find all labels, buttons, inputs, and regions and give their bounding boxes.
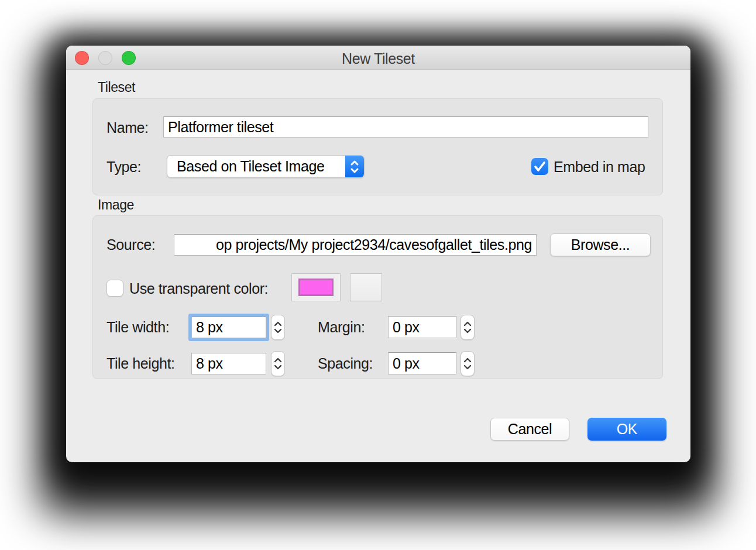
tile-height-label: Tile height: [106, 354, 175, 373]
chevron-up-down-icon [345, 156, 364, 177]
type-label: Type: [106, 157, 141, 176]
source-input[interactable] [174, 234, 537, 256]
window-title: New Tileset [66, 50, 690, 67]
name-label: Name: [106, 118, 149, 137]
title-bar[interactable]: New Tileset [66, 46, 690, 70]
stepper-up-icon [274, 321, 282, 326]
spacing-stepper[interactable] [461, 351, 475, 376]
transparent-color-swatch-button[interactable] [291, 273, 341, 301]
tile-width-stepper[interactable] [271, 315, 285, 340]
embed-in-map-label: Embed in map [554, 157, 645, 176]
color-picker-button[interactable] [350, 273, 382, 301]
stepper-up-icon [463, 358, 472, 363]
screen: New Tileset Tileset Name: Type: Based on… [0, 0, 756, 550]
stepper-down-icon [274, 328, 282, 334]
stepper-up-icon [274, 358, 282, 363]
use-transparent-color-label: Use transparent color: [129, 279, 268, 298]
spacing-label: Spacing: [318, 354, 373, 373]
tile-width-input[interactable] [191, 317, 266, 338]
margin-input[interactable] [388, 316, 456, 338]
source-label: Source: [106, 235, 155, 254]
tileset-group-label: Tileset [98, 80, 135, 95]
tile-width-label: Tile width: [106, 318, 169, 336]
stepper-down-icon [463, 328, 472, 334]
checkmark-icon [531, 158, 548, 175]
ok-button[interactable]: OK [587, 418, 666, 441]
image-group-label: Image [98, 197, 134, 213]
tile-height-stepper[interactable] [271, 351, 285, 376]
embed-in-map-checkbox[interactable] [531, 158, 548, 175]
type-dropdown[interactable]: Based on Tileset Image [167, 155, 365, 178]
new-tileset-dialog: New Tileset Tileset Name: Type: Based on… [66, 46, 690, 462]
use-transparent-color-checkbox[interactable] [106, 280, 123, 297]
tileset-groupbox [92, 98, 663, 195]
margin-stepper[interactable] [461, 315, 475, 340]
stepper-down-icon [274, 365, 282, 370]
stepper-up-icon [463, 321, 472, 326]
name-input[interactable] [163, 116, 648, 138]
margin-label: Margin: [318, 318, 365, 336]
spacing-input[interactable] [388, 352, 456, 374]
tile-height-input[interactable] [191, 353, 266, 374]
cancel-button[interactable]: Cancel [490, 418, 569, 441]
color-swatch [298, 279, 334, 296]
stepper-down-icon [463, 365, 472, 370]
browse-button[interactable]: Browse... [550, 233, 651, 256]
type-dropdown-value: Based on Tileset Image [177, 158, 324, 175]
